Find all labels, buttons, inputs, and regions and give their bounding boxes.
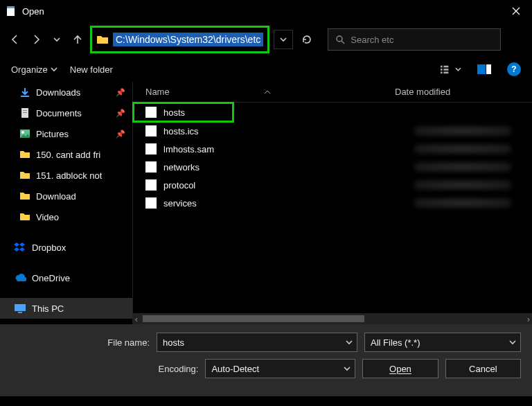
svg-point-2 [337,36,342,42]
svg-rect-1 [7,6,15,8]
notepad-icon [6,6,17,17]
new-folder-button[interactable]: New folder [70,64,113,75]
chevron-down-icon [51,66,57,73]
svg-rect-14 [23,112,27,113]
svg-rect-3 [441,66,443,68]
sidebar-item-folder[interactable]: Video [0,206,132,227]
forward-button[interactable] [28,31,44,48]
toolbar: Organize New folder ? [0,57,532,82]
nav-bar: C:\Windows\System32\drivers\etc Search e… [0,22,532,57]
window-title: Open [22,6,500,17]
file-icon [145,125,157,136]
close-button[interactable] [500,0,532,22]
folder-icon [19,149,30,160]
refresh-button[interactable] [297,30,317,49]
cancel-button[interactable]: Cancel [445,359,521,378]
help-button[interactable]: ? [507,62,521,76]
column-date-modified[interactable]: Date modified [395,87,450,97]
chevron-down-icon [509,339,516,346]
sort-asc-icon [264,89,271,95]
address-bar[interactable]: C:\Windows\System32\drivers\etc [90,26,269,53]
pin-icon: 📌 [116,130,125,139]
folder-icon [19,191,30,202]
back-button[interactable] [7,31,24,48]
picture-icon [19,128,30,139]
file-row[interactable]: protocol [133,176,532,194]
folder-icon [19,170,30,181]
filename-label: File name: [11,337,150,348]
search-icon [335,35,345,44]
date-modified-cell [414,126,511,136]
file-row[interactable]: hosts.ics [133,122,532,140]
search-input[interactable]: Search etc [328,28,501,51]
horizontal-scrollbar[interactable]: ‹ › [133,313,532,324]
dropbox-icon [14,242,26,253]
svg-rect-17 [15,304,26,311]
file-row[interactable]: services [133,194,532,212]
bottom-panel: File name: hosts All Files (*.*) Encodin… [0,324,532,396]
date-modified-cell [414,198,511,208]
file-icon [145,143,157,155]
open-button[interactable]: Open [362,359,438,378]
chevron-down-icon [344,365,351,372]
svg-rect-18 [18,312,22,313]
svg-rect-4 [441,69,443,71]
onedrive-icon [14,273,26,283]
folder-icon [19,211,30,222]
search-placeholder: Search etc [351,35,393,45]
sidebar-item-downloads[interactable]: Downloads📌 [0,82,132,103]
column-headers: Name Date modified [133,82,532,103]
file-list-area: Name Date modified hosts hosts.ics lmhos… [133,82,532,324]
date-modified-cell [414,144,511,154]
file-icon [145,107,157,118]
preview-pane-button[interactable] [474,61,495,78]
filename-input[interactable]: hosts [157,333,357,352]
up-button[interactable] [69,31,86,48]
date-modified-cell [414,162,511,172]
sidebar-item-pictures[interactable]: Pictures📌 [0,123,132,144]
address-history-dropdown[interactable] [274,30,293,49]
file-list: hosts hosts.ics lmhosts.sam networks pro… [133,103,532,313]
download-icon [19,87,30,98]
organize-menu[interactable]: Organize [11,64,57,75]
svg-rect-7 [443,69,448,71]
file-icon [145,179,157,191]
sidebar-item-dropbox[interactable]: Dropbox [0,237,132,258]
view-options-button[interactable] [441,61,461,78]
recent-dropdown[interactable] [48,31,65,48]
pin-icon: 📌 [116,88,125,97]
file-filter-dropdown[interactable]: All Files (*.*) [364,333,521,352]
main-area: Downloads📌 Documents📌 Pictures📌 150. can… [0,82,532,324]
this-pc-icon [14,303,26,313]
date-modified-cell [414,180,511,190]
encoding-dropdown[interactable]: Auto-Detect [205,359,355,378]
file-icon [145,197,157,209]
file-row[interactable]: hosts [132,102,234,123]
chevron-down-icon [455,66,461,73]
sidebar-item-this-pc[interactable]: This PC [0,298,132,319]
address-path[interactable]: C:\Windows\System32\drivers\etc [113,33,263,46]
chevron-down-icon [346,339,353,346]
svg-rect-9 [477,64,486,74]
folder-icon [96,34,109,45]
sidebar-item-folder[interactable]: 150. cant add fri [0,144,132,165]
titlebar: Open [0,0,532,22]
sidebar: Downloads📌 Documents📌 Pictures📌 150. can… [0,82,133,324]
sidebar-item-folder[interactable]: Download [0,186,132,206]
svg-rect-10 [486,64,491,74]
sidebar-item-onedrive[interactable]: OneDrive [0,267,132,288]
file-row[interactable]: networks [133,158,532,176]
file-icon [145,161,157,173]
pin-icon: 📌 [116,109,125,118]
svg-rect-11 [21,96,29,97]
column-name[interactable]: Name [145,87,381,97]
svg-rect-13 [23,110,27,111]
sidebar-item-documents[interactable]: Documents📌 [0,103,132,123]
file-row[interactable]: lmhosts.sam [133,140,532,158]
svg-rect-6 [443,66,448,68]
svg-rect-5 [441,72,443,74]
sidebar-item-folder[interactable]: 151. adblock not [0,165,132,186]
svg-rect-8 [443,72,448,74]
svg-point-16 [21,131,24,134]
document-icon [19,107,30,118]
